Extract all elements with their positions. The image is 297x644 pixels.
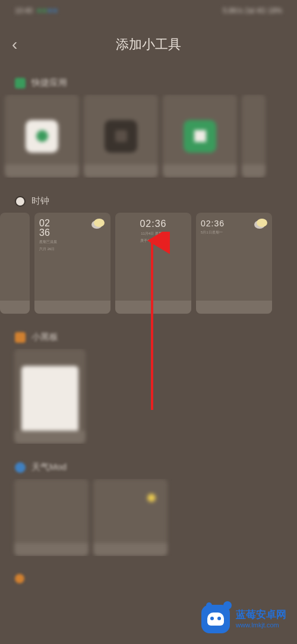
page-title: 添加小工具 [12, 36, 285, 53]
section-header-clock: 时钟 [0, 190, 297, 213]
section-header-weather: 天气Mod [0, 456, 297, 479]
calendar-section-title: 小黑板 [31, 332, 58, 343]
widget-quick-1[interactable] [5, 94, 79, 178]
section-header-calendar: 小黑板 [0, 326, 297, 349]
clock-date-1b: 六月 26日 [39, 247, 106, 252]
clock-date-2b: 庚子年 九月十九 [140, 238, 166, 244]
section-clock: 时钟 02 36 星期三清晨 六月 26日 02:36 11月 [0, 190, 297, 314]
widget-calendar-1[interactable] [14, 349, 86, 444]
back-button[interactable]: ‹ [12, 35, 17, 54]
section-more [0, 568, 297, 589]
widget-clock-0[interactable] [0, 213, 30, 314]
watermark-name: 蓝莓安卓网 [236, 609, 286, 621]
watermark-url: www.lmkjt.com [236, 621, 286, 629]
section-header-quick: 快捷应用 [0, 71, 297, 94]
widget-weather-1[interactable] [14, 479, 89, 556]
clock-date-2a: 11月4日 星期三 [141, 231, 166, 236]
status-right: 5.8K/s 2al 4G 18% [223, 7, 282, 15]
section-weather: 天气Mod [0, 456, 297, 556]
status-time: 10:40 [15, 7, 33, 15]
widget-quick-4[interactable] [242, 94, 266, 178]
clock-date-3: 5月1日星期一 [201, 230, 225, 235]
sun-icon [147, 494, 156, 502]
quick-section-icon [15, 78, 26, 89]
widget-quick-2[interactable] [84, 94, 158, 178]
clock-time-3: 02:36 [201, 219, 225, 228]
section-calendar: 小黑板 [0, 326, 297, 444]
widget-clock-3[interactable]: 02:36 5月1日星期一 [196, 213, 272, 314]
widget-clock-2[interactable]: 02:36 11月4日 星期三 庚子年 九月十九 [115, 213, 191, 314]
weather-section-icon [15, 462, 26, 473]
widget-clock-1[interactable]: 02 36 星期三清晨 六月 26日 [34, 213, 110, 314]
page-header: ‹ 添加小工具 [0, 21, 297, 71]
clock-time-2: 02:36 [140, 219, 166, 229]
weather-icon [257, 219, 267, 227]
widget-weather-2[interactable] [93, 479, 168, 556]
more-section-icon [15, 574, 24, 583]
watermark: 蓝莓安卓网 www.lmkjt.com [201, 605, 286, 633]
clock-time-1b: 36 [39, 228, 106, 238]
calendar-section-icon [15, 332, 26, 343]
clock-date-1a: 星期三清晨 [39, 239, 106, 245]
clock-section-icon [15, 196, 26, 207]
section-quick: 快捷应用 [0, 71, 297, 178]
weather-icon [94, 219, 105, 227]
status-bar: 10:40 5.8K/s 2al 4G 18% [0, 0, 297, 21]
widget-quick-3[interactable] [163, 94, 237, 178]
weather-section-title: 天气Mod [31, 462, 67, 473]
watermark-logo [201, 605, 230, 633]
quick-section-title: 快捷应用 [31, 77, 67, 89]
clock-section-title: 时钟 [31, 195, 49, 207]
